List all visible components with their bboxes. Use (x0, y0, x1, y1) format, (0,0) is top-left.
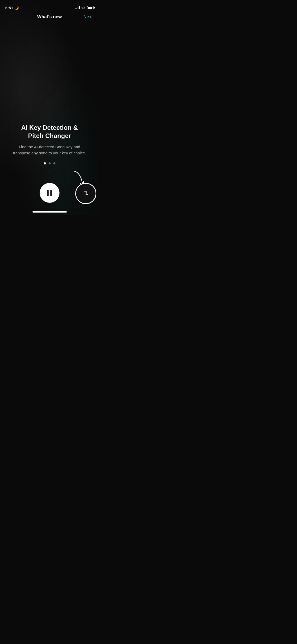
pause-button[interactable] (40, 183, 59, 203)
battery-icon (87, 6, 94, 9)
pause-bar-right (50, 190, 52, 196)
signal-bar-4 (79, 6, 80, 9)
bottom-controls: ⇅ (0, 172, 99, 215)
feature-title-text: AI Key Detection & Pitch Changer (21, 124, 78, 139)
feature-description: Find the AI-detected Song Key and transp… (11, 144, 88, 156)
illustration-area (0, 12, 99, 123)
signal-bar-3 (78, 7, 78, 9)
feature-text-section: AI Key Detection & Pitch Changer Find th… (0, 123, 99, 156)
main-content: AI Key Detection & Pitch Changer Find th… (0, 12, 99, 215)
signal-bar-1 (75, 8, 76, 9)
pagination-dots (44, 162, 55, 164)
time-display: 6:51 (5, 6, 13, 10)
battery-fill (88, 7, 92, 9)
wifi-icon (81, 6, 86, 9)
key-pitch-icon: ⇅ (83, 190, 88, 197)
dot-1 (44, 162, 46, 164)
home-indicator (32, 211, 67, 213)
dot-2 (49, 162, 51, 164)
pause-icon (47, 190, 52, 196)
dot-3 (53, 162, 55, 164)
status-bar: 6:51 🌙 (0, 0, 99, 12)
signal-icon (75, 6, 80, 9)
key-pitch-button[interactable]: ⇅ (75, 183, 96, 204)
status-icons (75, 6, 94, 9)
feature-title: AI Key Detection & Pitch Changer (11, 123, 88, 140)
status-time: 6:51 🌙 (5, 6, 19, 10)
moon-icon: 🌙 (15, 6, 19, 10)
pause-bar-left (47, 190, 49, 196)
signal-bar-2 (76, 8, 77, 9)
